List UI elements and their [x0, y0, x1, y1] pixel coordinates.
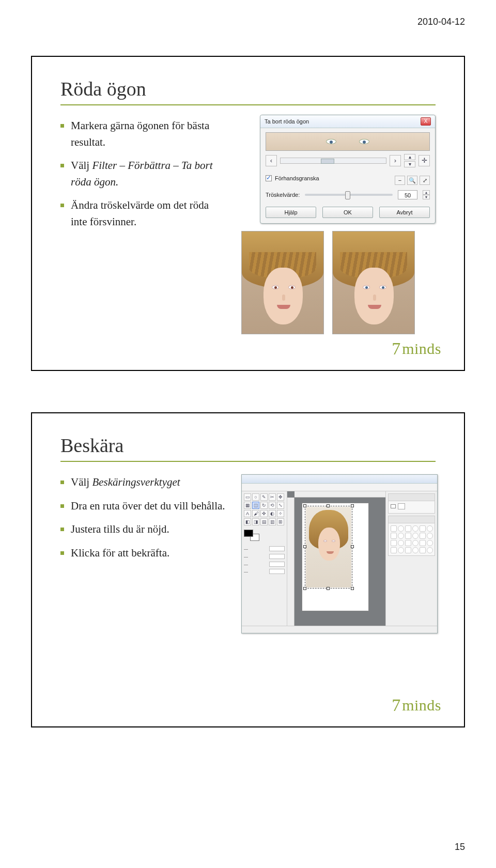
slide-text: Välj Beskäringsverktyget Dra en ruta öve…: [60, 474, 226, 633]
tool-icon[interactable]: A: [244, 510, 251, 517]
canvas-area[interactable]: [287, 491, 385, 626]
crop-tool-icon[interactable]: ◫: [252, 502, 259, 509]
tool-icon[interactable]: ✎: [260, 493, 268, 501]
brush-icon[interactable]: [412, 540, 419, 546]
brush-icon[interactable]: [427, 525, 433, 532]
crosshair-icon[interactable]: ✛: [419, 155, 430, 166]
tool-icon[interactable]: ✂: [269, 493, 276, 501]
dialog-title: Ta bort röda ögon: [265, 118, 309, 125]
brush-icon[interactable]: [412, 525, 419, 532]
brush-icon[interactable]: [398, 547, 404, 553]
option-field[interactable]: [269, 562, 285, 567]
logo: 7minds: [392, 695, 441, 715]
slide-title: Beskära: [60, 434, 436, 457]
scroll-left-icon[interactable]: ‹: [266, 155, 277, 166]
tool-icon[interactable]: 🖌: [252, 510, 259, 517]
brush-icon[interactable]: [405, 533, 411, 539]
handle-icon[interactable]: [351, 587, 354, 590]
brush-icon[interactable]: [420, 533, 426, 539]
slide-illustration: ▭○✎✂✥ ▦◫↻⟲⤡ A🖌✜◐✧ ◧◨▤▥⊞ — — — —: [241, 474, 438, 633]
option-field[interactable]: [269, 554, 285, 559]
handle-icon[interactable]: [327, 587, 330, 590]
brush-icon[interactable]: [427, 547, 433, 553]
checkbox-icon[interactable]: [266, 175, 272, 181]
dialog-remove-red-eyes: Ta bort röda ögon X ‹ ›: [260, 115, 436, 224]
scrollbar[interactable]: [280, 158, 386, 164]
fg-bg-color[interactable]: [244, 530, 259, 541]
brush-icon[interactable]: [398, 533, 404, 539]
ruler-vertical: [287, 498, 295, 626]
handle-icon[interactable]: [303, 504, 306, 507]
brush-icon[interactable]: [427, 540, 433, 546]
tool-icon[interactable]: ⤡: [277, 502, 284, 509]
tool-icon[interactable]: ▭: [244, 493, 251, 501]
crop-selection[interactable]: [305, 506, 352, 588]
tool-icon[interactable]: ◨: [252, 518, 259, 525]
preview-checkbox-label: Förhandsgranska: [275, 175, 319, 181]
handle-icon[interactable]: [351, 504, 354, 507]
spin-up-icon[interactable]: ▴: [423, 190, 430, 195]
scroll-right-icon[interactable]: ›: [390, 155, 401, 166]
brush-icon[interactable]: [405, 547, 411, 553]
brush-icon[interactable]: [420, 540, 426, 546]
brush-icon[interactable]: [405, 540, 411, 546]
bullet: Ändra tröskelvärde om det röda inte förs…: [60, 197, 226, 230]
tool-icon[interactable]: ▤: [260, 518, 268, 525]
brush-icon[interactable]: [420, 525, 426, 532]
tool-options: — — — —: [244, 546, 285, 577]
zoom-in-icon[interactable]: 🔍: [407, 176, 417, 185]
tool-icon[interactable]: ◐: [269, 510, 276, 517]
rule: [60, 104, 436, 105]
threshold-slider[interactable]: [305, 194, 393, 196]
option-field[interactable]: [269, 546, 285, 551]
tool-icon[interactable]: ◧: [244, 518, 251, 525]
tool-icon[interactable]: ✜: [260, 510, 268, 517]
handle-icon[interactable]: [351, 545, 354, 548]
window-titlebar: [242, 475, 437, 484]
tool-icon[interactable]: ↻: [260, 502, 268, 509]
tool-icon[interactable]: ▦: [244, 502, 251, 509]
visibility-icon[interactable]: [391, 504, 396, 508]
option-field[interactable]: [269, 569, 285, 574]
brush-icon[interactable]: [398, 540, 404, 546]
bullet: Dra en ruta över det du vill behålla.: [60, 498, 226, 515]
tool-icon[interactable]: ⟲: [269, 502, 276, 509]
brush-icon[interactable]: [391, 525, 397, 532]
bullet: Klicka för att bekräfta.: [60, 545, 226, 562]
brush-icon[interactable]: [412, 533, 419, 539]
tool-grid: ▭○✎✂✥ ▦◫↻⟲⤡ A🖌✜◐✧ ◧◨▤▥⊞: [244, 493, 285, 525]
spin-down-icon[interactable]: ▾: [423, 195, 430, 199]
zoom-fit-icon[interactable]: ⤢: [420, 176, 430, 185]
handle-icon[interactable]: [303, 545, 306, 548]
brush-icon[interactable]: [427, 533, 433, 539]
layer-row[interactable]: [391, 503, 432, 509]
tool-icon[interactable]: ⊞: [277, 518, 284, 525]
layer-thumbnail: [398, 503, 405, 509]
tool-icon[interactable]: ○: [252, 493, 259, 501]
preview-area: [266, 132, 430, 151]
image-editor-window: ▭○✎✂✥ ▦◫↻⟲⤡ A🖌✜◐✧ ◧◨▤▥⊞ — — — —: [241, 474, 438, 633]
handle-icon[interactable]: [303, 587, 306, 590]
zoom-out-icon[interactable]: −: [395, 176, 405, 185]
brush-icon[interactable]: [398, 525, 404, 532]
handle-icon[interactable]: [327, 504, 330, 507]
brush-icon[interactable]: [412, 547, 419, 553]
help-button[interactable]: Hjälp: [266, 207, 316, 218]
tool-icon[interactable]: ✧: [277, 510, 284, 517]
cancel-button[interactable]: Avbryt: [379, 207, 430, 218]
tool-icon[interactable]: ✥: [277, 493, 284, 501]
nav-up-icon[interactable]: ▴: [404, 154, 415, 160]
brush-icon[interactable]: [391, 547, 397, 553]
brush-icon[interactable]: [391, 540, 397, 546]
statusbar: [242, 626, 437, 633]
ok-button[interactable]: OK: [322, 207, 373, 218]
nav-down-icon[interactable]: ▾: [404, 161, 415, 167]
brush-icon[interactable]: [420, 547, 426, 553]
slide-crop: Beskära Välj Beskäringsverktyget Dra en …: [31, 412, 465, 727]
brush-icon[interactable]: [405, 525, 411, 532]
tool-icon[interactable]: ▥: [269, 518, 276, 525]
close-icon[interactable]: X: [421, 117, 431, 126]
brush-icon[interactable]: [391, 533, 397, 539]
eye-icon: [326, 139, 336, 144]
threshold-value[interactable]: 50: [398, 190, 417, 199]
